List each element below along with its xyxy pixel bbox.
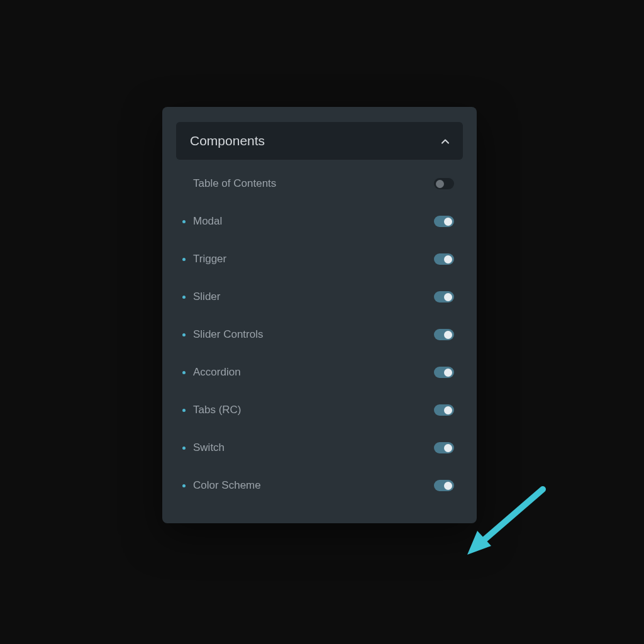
list-item-label: Trigger (193, 253, 226, 265)
list-item-left: Slider Controls (182, 328, 264, 341)
bullet-icon (182, 484, 186, 487)
toggle-tabs-rc-[interactable] (434, 404, 454, 416)
list-item-left: Switch (182, 441, 225, 454)
list-item: Accordion (181, 353, 458, 391)
list-item-label: Tabs (RC) (193, 404, 242, 416)
toggle-handle (436, 180, 444, 188)
toggle-handle (444, 331, 452, 339)
components-items-list: Table of ContentsModalTriggerSliderSlide… (176, 160, 463, 504)
svg-marker-2 (467, 531, 491, 555)
toggle-slider-controls[interactable] (434, 329, 454, 340)
toggle-accordion[interactable] (434, 367, 454, 378)
list-item: Switch (181, 429, 458, 467)
toggle-modal[interactable] (434, 216, 454, 227)
bullet-icon (182, 333, 186, 336)
list-item-left: Tabs (RC) (182, 404, 242, 416)
list-item-left: Table of Contents (182, 177, 276, 190)
list-item-label: Table of Contents (193, 177, 276, 190)
svg-line-1 (479, 489, 543, 545)
toggle-handle (444, 406, 452, 414)
chevron-up-icon (441, 136, 449, 146)
list-item-left: Trigger (182, 253, 226, 265)
toggle-slider[interactable] (434, 291, 454, 303)
list-item-left: Slider (182, 291, 220, 303)
list-item: Modal (181, 203, 458, 240)
list-item-left: Modal (182, 215, 222, 228)
annotation-arrow-icon (467, 483, 555, 561)
toggle-color-scheme[interactable] (434, 480, 454, 491)
toggle-handle (444, 293, 452, 301)
components-panel: Components Table of ContentsModalTrigger… (162, 107, 477, 523)
section-title: Components (190, 133, 265, 148)
toggle-handle (444, 218, 452, 226)
list-item-left: Color Scheme (182, 479, 261, 492)
toggle-handle (444, 369, 452, 377)
list-item-left: Accordion (182, 366, 241, 379)
list-item: Trigger (181, 240, 458, 278)
list-item-label: Switch (193, 441, 225, 454)
list-item: Slider Controls (181, 316, 458, 353)
list-item-label: Modal (193, 215, 222, 228)
list-item-label: Accordion (193, 366, 241, 379)
toggle-handle (444, 255, 452, 264)
bullet-icon (182, 409, 186, 412)
toggle-handle (444, 482, 452, 490)
list-item: Color Scheme (181, 467, 458, 504)
list-item-label: Color Scheme (193, 479, 261, 492)
toggle-switch[interactable] (434, 442, 454, 453)
bullet-icon (182, 220, 186, 223)
section-header-components[interactable]: Components (176, 122, 463, 160)
toggle-handle (444, 444, 452, 452)
bullet-icon (182, 447, 186, 450)
list-item: Tabs (RC) (181, 391, 458, 429)
list-item-label: Slider Controls (193, 328, 264, 341)
bullet-icon (182, 258, 186, 261)
list-item: Slider (181, 278, 458, 316)
bullet-icon (182, 296, 186, 299)
list-item: Table of Contents (181, 165, 458, 203)
list-item-label: Slider (193, 291, 220, 303)
toggle-trigger[interactable] (434, 253, 454, 265)
bullet-icon (182, 371, 186, 374)
toggle-table-of-contents[interactable] (434, 178, 454, 189)
